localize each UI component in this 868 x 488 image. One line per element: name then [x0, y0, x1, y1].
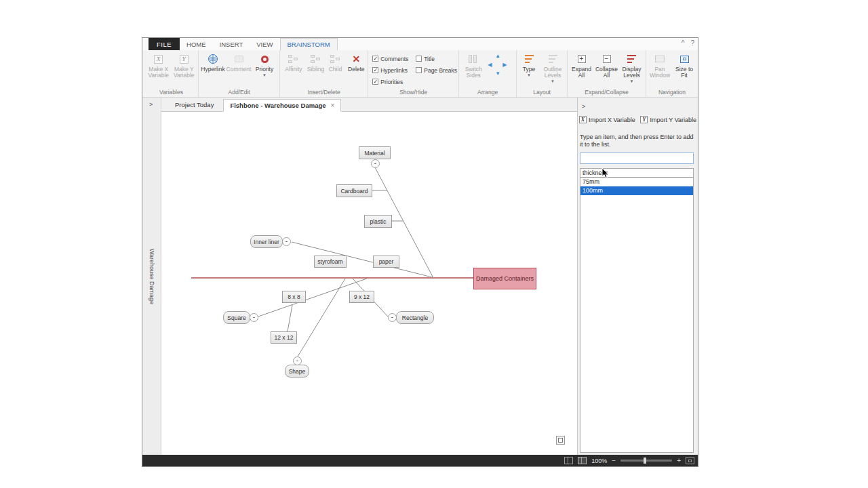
- import-y-variable-label: Import Y Variable: [650, 117, 696, 123]
- collapse-toggle-square[interactable]: -: [250, 313, 258, 322]
- import-buttons-row: X Import X Variable Y Import Y Variable: [579, 116, 696, 123]
- switch-sides-label: Switch Sides: [460, 66, 486, 79]
- priorities-checkbox-box[interactable]: ✓: [372, 79, 378, 85]
- pan-window-button[interactable]: Pan Window: [648, 51, 672, 79]
- ribbon-group-arrange: Switch Sides ▲ ◀ ▶ ▼ Arrange: [459, 50, 517, 97]
- doc-tab-fishbone[interactable]: Fishbone - Warehouse Damage ×: [223, 99, 341, 112]
- make-x-variable-button[interactable]: X Make X Variable: [146, 51, 172, 79]
- collapse-ribbon-icon[interactable]: ^: [682, 39, 685, 47]
- tab-insert[interactable]: INSERT: [213, 38, 250, 50]
- page-navigator-icon[interactable]: [556, 436, 565, 445]
- size-to-fit-label: Size to Fit: [672, 66, 696, 79]
- switch-sides-button[interactable]: Switch Sides: [460, 51, 486, 79]
- expand-all-button[interactable]: + Expand All: [569, 51, 594, 79]
- collapse-toggle-rectangle[interactable]: -: [388, 313, 397, 322]
- view-mode-normal-icon[interactable]: [564, 457, 573, 464]
- ribbon-group-show-hide: ✓ Comments Title ✓ Hyperlinks Page Break…: [368, 50, 459, 97]
- comment-button[interactable]: Comment: [226, 51, 252, 73]
- help-icon[interactable]: ?: [690, 39, 694, 47]
- node-inner-liner[interactable]: Inner liner: [250, 235, 283, 248]
- doc-tab-project-today[interactable]: Project Today: [165, 98, 223, 111]
- tab-file[interactable]: FILE: [149, 38, 180, 50]
- group-label-layout: Layout: [518, 88, 566, 97]
- move-down-arrow-button[interactable]: ▼: [495, 70, 500, 77]
- import-x-variable-button[interactable]: X Import X Variable: [579, 116, 635, 123]
- diagram-canvas[interactable]: Material - Cardboard plastic Inner liner…: [161, 112, 577, 455]
- x-variable-icon: X: [579, 116, 587, 123]
- comments-checkbox-box[interactable]: ✓: [372, 56, 378, 62]
- move-up-arrow-button[interactable]: ▲: [495, 53, 500, 59]
- checkbox-page-breaks[interactable]: Page Breaks: [416, 67, 458, 74]
- left-collapsed-panel[interactable]: > Warehouse Damage: [142, 98, 161, 455]
- node-material-label: Material: [364, 150, 384, 157]
- zoom-slider-thumb[interactable]: [644, 458, 646, 464]
- new-item-input[interactable]: [580, 152, 694, 164]
- sibling-icon: [311, 55, 321, 63]
- collapse-toggle-material[interactable]: -: [371, 159, 380, 168]
- zoom-out-button[interactable]: −: [612, 458, 616, 464]
- hyperlinks-checkbox-box[interactable]: ✓: [372, 67, 378, 73]
- node-plastic-label: plastic: [370, 218, 386, 225]
- node-square[interactable]: Square: [223, 311, 250, 324]
- priorities-checkbox-label: Priorities: [380, 79, 403, 85]
- size-to-fit-button[interactable]: Size to Fit: [672, 51, 696, 79]
- left-panel-expand-icon[interactable]: >: [149, 101, 153, 108]
- node-9x12[interactable]: 9 x 12: [349, 291, 374, 303]
- title-checkbox-label: Title: [424, 56, 435, 62]
- sibling-button[interactable]: Sibling: [306, 51, 326, 73]
- right-panel-collapse-icon[interactable]: >: [582, 103, 585, 110]
- import-y-variable-button[interactable]: Y Import Y Variable: [640, 116, 696, 123]
- affinity-icon: [288, 55, 298, 63]
- priority-dropdown-icon: ▼: [262, 73, 267, 78]
- tab-home[interactable]: HOME: [180, 38, 213, 50]
- node-paper-label: paper: [379, 258, 394, 265]
- tab-view[interactable]: VIEW: [250, 38, 279, 50]
- node-8x8[interactable]: 8 x 8: [282, 291, 306, 303]
- zoom-in-button[interactable]: +: [677, 458, 681, 464]
- delete-x-icon: ✕: [352, 54, 360, 64]
- ribbon-group-expand-collapse: + Expand All − Collapse All Display Leve…: [568, 50, 646, 97]
- tab-brainstorm[interactable]: BRAINSTORM: [280, 38, 338, 50]
- list-item-thickness[interactable]: thickness: [580, 169, 693, 178]
- delete-button[interactable]: ✕ Delete: [346, 51, 366, 73]
- zoom-slider[interactable]: [620, 460, 672, 462]
- node-rectangle[interactable]: Rectangle: [396, 311, 434, 324]
- checkbox-priorities[interactable]: ✓ Priorities: [372, 79, 416, 85]
- node-cardboard[interactable]: Cardboard: [336, 184, 372, 197]
- outline-levels-button[interactable]: Outline Levels ▼: [540, 51, 566, 84]
- page-breaks-checkbox-box[interactable]: [416, 67, 422, 73]
- checkbox-hyperlinks[interactable]: ✓ Hyperlinks: [372, 67, 416, 74]
- arrange-arrow-pad: ▲ ◀ ▶ ▼: [486, 53, 509, 79]
- affinity-button[interactable]: Affinity: [281, 51, 305, 73]
- collapse-all-button[interactable]: − Collapse All: [594, 51, 619, 79]
- node-12x12[interactable]: 12 x 12: [271, 331, 297, 344]
- brainstorm-item-list[interactable]: thickness 75mm 100mm: [580, 168, 694, 453]
- view-mode-split-icon[interactable]: [578, 457, 587, 464]
- node-shape[interactable]: Shape: [285, 365, 309, 378]
- make-y-variable-button[interactable]: Y Make Y Variable: [172, 51, 197, 79]
- checkbox-comments[interactable]: ✓ Comments: [372, 56, 416, 62]
- checkbox-title[interactable]: Title: [416, 56, 458, 62]
- ribbon-group-layout: Type ▼ Outline Levels ▼ Layout: [517, 50, 568, 97]
- node-material[interactable]: Material: [359, 146, 391, 159]
- display-levels-label: Display Levels: [619, 66, 644, 79]
- title-checkbox-box[interactable]: [416, 56, 422, 62]
- hyperlink-button[interactable]: Hyperlink: [200, 51, 226, 73]
- collapse-toggle-inner-liner[interactable]: -: [282, 237, 291, 246]
- move-right-arrow-button[interactable]: ▶: [502, 62, 507, 68]
- priority-button[interactable]: Priority ▼: [252, 51, 277, 78]
- node-effect-damaged-containers[interactable]: Damaged Containers: [473, 268, 536, 289]
- make-y-variable-icon: Y: [180, 55, 189, 64]
- move-left-arrow-button[interactable]: ◀: [488, 62, 492, 68]
- list-item-75mm[interactable]: 75mm: [580, 178, 693, 186]
- list-item-100mm[interactable]: 100mm: [580, 186, 693, 195]
- display-levels-button[interactable]: Display Levels ▼: [619, 51, 644, 84]
- fit-to-window-icon[interactable]: [686, 457, 694, 464]
- switch-sides-icon: [469, 55, 478, 63]
- child-button[interactable]: Child: [326, 51, 344, 73]
- node-plastic[interactable]: plastic: [364, 215, 392, 228]
- type-button[interactable]: Type ▼: [518, 51, 540, 78]
- node-styrofoam[interactable]: styrofoam: [314, 256, 347, 268]
- node-paper[interactable]: paper: [373, 256, 399, 268]
- doc-tab-close-icon[interactable]: ×: [331, 102, 335, 109]
